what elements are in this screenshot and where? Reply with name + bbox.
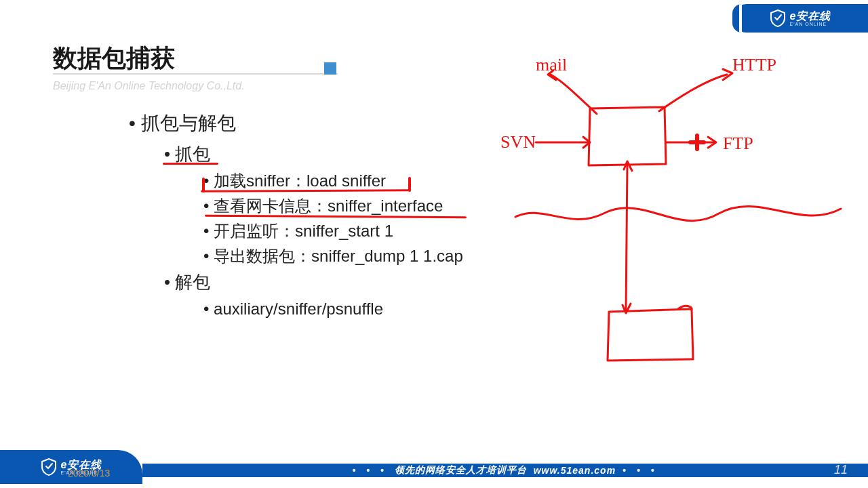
diagram-label-mail: mail (536, 55, 567, 75)
slide-title: 数据包捕获 (53, 42, 175, 75)
date-stamp: 2020/3/13 (68, 468, 110, 479)
annotation-mark (202, 178, 205, 192)
footer-dots: • • • (352, 465, 387, 476)
annotation-mark (408, 177, 411, 192)
slide-subtitle: Beijing E'An Online Technology Co.,Ltd. (53, 80, 245, 92)
bullet-lvl3: auxiliary/sniffer/psnuffle (203, 296, 463, 321)
footer-dots: • • • (623, 465, 658, 476)
footer-strip: • • • 领先的网络安全人才培训平台 www.51ean.com • • • (142, 464, 868, 477)
annotation-underline (163, 163, 218, 165)
bullet-lvl3: 开启监听：sniffer_start 1 (203, 218, 463, 243)
footer-tagline: 领先的网络安全人才培训平台 (395, 464, 527, 476)
shield-icon (41, 458, 57, 476)
shield-icon (770, 9, 786, 27)
footer-url: www.51ean.com (534, 465, 616, 476)
page-number: 11 (834, 463, 848, 477)
diagram-label-ftp: FTP (723, 134, 753, 153)
diagram-label-http: HTTP (732, 55, 776, 75)
diagram-label-svn: SVN (500, 132, 536, 152)
brand-badge-top: e安在线 E'AN ONLINE (732, 4, 868, 33)
footer: e安在线 E'AN ONLINE • • • 领先的网络安全人才培训平台 www… (0, 460, 868, 484)
title-accent-square (324, 62, 336, 75)
bullet-lvl1: 抓包与解包 (129, 108, 463, 138)
brand-badge-bottom: e安在线 E'AN ONLINE (0, 450, 142, 484)
diagram: mail HTTP SVN FTP (488, 41, 854, 393)
slide: e安在线 E'AN ONLINE 数据包捕获 Beijing E'An Onli… (0, 0, 868, 488)
brand-name: e安在线 (790, 11, 831, 22)
bullet-lvl3: 导出数据包：sniffer_dump 1 1.cap (203, 243, 463, 268)
bullet-lvl2: 解包 (164, 268, 463, 296)
brand-sub: E'AN ONLINE (790, 22, 831, 26)
title-underline (53, 73, 338, 75)
